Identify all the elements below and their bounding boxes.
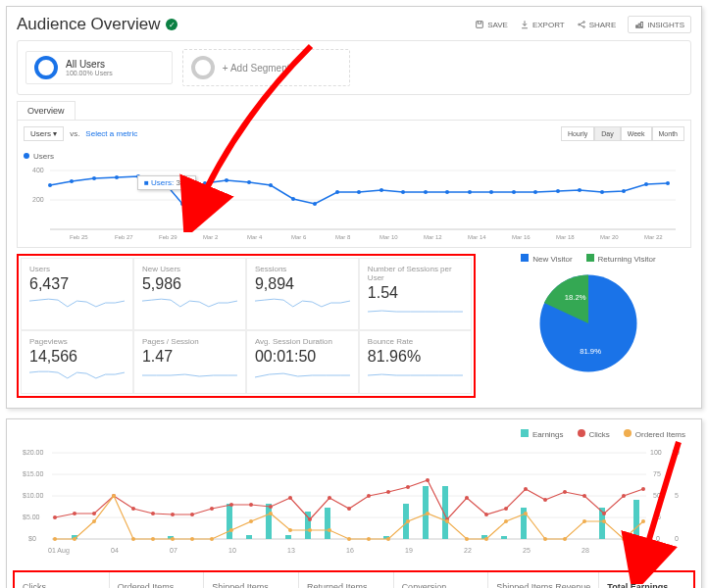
report-tabs: Overview — [17, 101, 691, 120]
segment-circle-icon — [34, 56, 58, 79]
svg-point-122 — [53, 537, 57, 541]
range-hourly[interactable]: Hourly — [561, 126, 594, 141]
legend-clicks: Clicks — [589, 430, 610, 439]
metric-sessions[interactable]: Sessions9,894 — [246, 258, 359, 330]
svg-text:Mar 18: Mar 18 — [556, 234, 575, 240]
svg-point-19 — [247, 180, 251, 184]
tab-overview[interactable]: Overview — [17, 101, 76, 120]
range-day[interactable]: Day — [594, 126, 620, 141]
insights-button[interactable]: INSIGHTS — [628, 16, 691, 33]
svg-text:10: 10 — [228, 547, 236, 554]
svg-text:28: 28 — [582, 547, 589, 554]
svg-text:Feb 29: Feb 29 — [159, 234, 177, 240]
svg-rect-76 — [227, 504, 232, 539]
metric-pageviews[interactable]: Pageviews14,566 — [21, 330, 133, 394]
svg-point-95 — [131, 507, 135, 511]
svg-point-27 — [424, 190, 428, 194]
metric-pages-per-session[interactable]: Pages / Session1.47 — [133, 330, 246, 394]
svg-text:16: 16 — [346, 547, 354, 554]
save-button[interactable]: SAVE — [475, 20, 508, 29]
amz-metric-returned[interactable]: Returned Items2 — [299, 572, 394, 588]
svg-point-22 — [313, 202, 317, 206]
page-title: Audience Overview — [17, 15, 160, 34]
svg-point-2 — [582, 22, 584, 24]
svg-point-38 — [666, 181, 670, 185]
visitor-pie-chart[interactable]: 18.2% 81.9% — [534, 270, 642, 377]
svg-text:$5.00: $5.00 — [23, 514, 40, 520]
svg-point-147 — [543, 537, 547, 541]
legend-new-visitor: New Visitor — [532, 255, 572, 264]
share-button[interactable]: SHARE — [577, 20, 617, 29]
svg-point-144 — [484, 537, 488, 541]
amz-metric-ordered[interactable]: Ordered Items32 — [110, 572, 205, 588]
svg-text:18.2%: 18.2% — [565, 293, 586, 302]
svg-point-16 — [180, 202, 184, 206]
amz-metric-total-earnings[interactable]: Total Earnings$59.99 — [599, 572, 693, 588]
svg-point-130 — [210, 537, 214, 541]
metric-users[interactable]: Users6,437 — [21, 258, 133, 330]
legend-earnings: Earnings — [532, 430, 564, 439]
range-month[interactable]: Month — [652, 126, 684, 141]
svg-point-25 — [379, 188, 383, 192]
metric-dropdown[interactable]: Users ▾ — [24, 126, 64, 141]
segment-all-users[interactable]: All Users 100.00% Users — [25, 51, 173, 84]
svg-point-98 — [190, 513, 194, 516]
amz-combo-chart[interactable]: $20.00 $15.00 $10.00 $5.00 $0 10010 75 5… — [13, 443, 695, 561]
metric-sessions-per-user[interactable]: Number of Sessions per User1.54 — [359, 258, 472, 330]
export-label: EXPORT — [532, 21, 565, 29]
svg-point-97 — [171, 513, 175, 516]
svg-point-37 — [644, 182, 648, 186]
amz-metric-conversion[interactable]: Conversion2.54% — [394, 572, 489, 588]
svg-point-148 — [563, 537, 567, 541]
legend-dot-icon — [624, 429, 632, 437]
svg-point-146 — [524, 512, 528, 515]
svg-text:Mar 10: Mar 10 — [379, 234, 398, 240]
svg-rect-79 — [285, 535, 291, 539]
time-range-buttons: Hourly Day Week Month — [561, 126, 684, 141]
svg-point-32 — [533, 190, 537, 194]
users-line-chart[interactable]: 400 200 Feb 25Feb 27Feb 29Mar 2Mar 4Mar … — [24, 163, 684, 241]
svg-point-109 — [406, 485, 410, 489]
svg-text:07: 07 — [170, 547, 177, 554]
svg-point-127 — [151, 537, 155, 541]
plus-circle-icon — [191, 56, 215, 79]
svg-point-24 — [357, 190, 361, 194]
select-metric-link[interactable]: Select a metric — [85, 129, 137, 138]
svg-point-96 — [151, 512, 155, 515]
svg-point-135 — [308, 528, 312, 532]
svg-point-132 — [249, 519, 253, 523]
svg-point-17 — [203, 181, 207, 185]
export-button[interactable]: EXPORT — [520, 20, 565, 29]
svg-text:10: 10 — [672, 449, 680, 456]
svg-point-124 — [92, 519, 96, 523]
svg-point-106 — [347, 507, 351, 511]
svg-point-137 — [347, 537, 351, 541]
svg-point-13 — [115, 175, 119, 179]
svg-point-149 — [582, 519, 586, 523]
svg-point-129 — [190, 537, 194, 541]
range-week[interactable]: Week — [621, 126, 652, 141]
svg-point-150 — [602, 519, 606, 523]
svg-point-104 — [308, 517, 312, 521]
svg-text:Mar 22: Mar 22 — [644, 234, 663, 240]
amz-metric-clicks[interactable]: Clicks1,262 — [15, 572, 110, 588]
amz-metric-revenue[interactable]: Shipped Items Revenue$1,372.46 — [488, 572, 599, 588]
add-segment-button[interactable]: + Add Segment — [182, 49, 350, 86]
metric-avg-session-duration[interactable]: Avg. Session Duration00:01:50 — [246, 330, 359, 394]
metric-bounce-rate[interactable]: Bounce Rate81.96% — [359, 330, 472, 394]
svg-point-31 — [512, 190, 516, 194]
amz-metrics-row: Clicks1,262 Ordered Items32 Shipped Item… — [13, 570, 695, 588]
svg-text:Mar 14: Mar 14 — [468, 234, 486, 240]
svg-point-36 — [622, 189, 626, 193]
metric-new-users[interactable]: New Users5,986 — [133, 258, 246, 330]
verified-icon: ✓ — [166, 19, 177, 30]
svg-point-34 — [578, 188, 582, 192]
svg-point-108 — [386, 490, 390, 494]
svg-point-126 — [131, 537, 135, 541]
svg-point-141 — [426, 512, 430, 515]
svg-text:100: 100 — [650, 449, 662, 456]
svg-point-142 — [445, 519, 449, 523]
amz-metric-shipped[interactable]: Shipped Items26 — [204, 572, 299, 588]
svg-rect-87 — [501, 536, 507, 539]
save-label: SAVE — [487, 21, 508, 29]
